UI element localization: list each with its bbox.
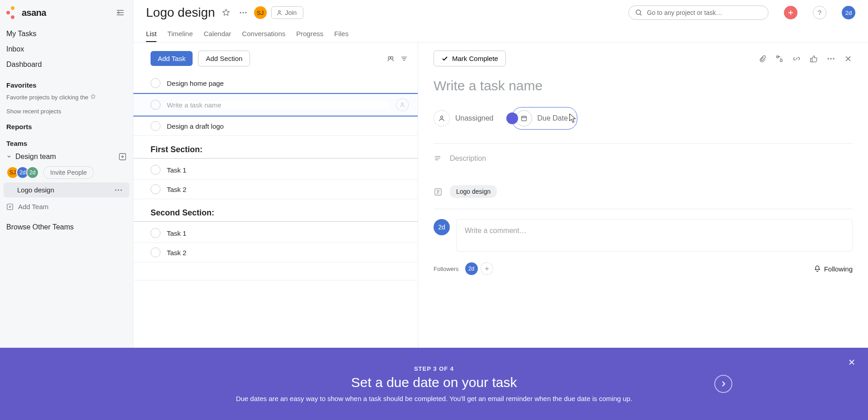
- task-name[interactable]: Design home page: [167, 79, 409, 87]
- team-members: SJ 2d 2d Invite People: [0, 163, 133, 182]
- svg-rect-14: [780, 59, 783, 61]
- mark-complete-button[interactable]: Mark Complete: [434, 51, 506, 66]
- complete-checkbox[interactable]: [151, 121, 160, 131]
- section-heading[interactable]: Second Section:: [133, 199, 418, 222]
- members-icon[interactable]: [386, 54, 395, 63]
- sidebar-collapse-button[interactable]: [114, 6, 127, 19]
- task-row-new[interactable]: [133, 93, 418, 117]
- task-name[interactable]: Task 2: [167, 186, 409, 193]
- tab-files[interactable]: Files: [334, 26, 349, 42]
- follower-avatar[interactable]: 2d: [465, 262, 478, 275]
- add-follower-button[interactable]: [481, 262, 493, 275]
- task-name[interactable]: Design a draft logo: [167, 122, 409, 130]
- complete-checkbox[interactable]: [151, 165, 160, 175]
- onboarding-close-button[interactable]: [846, 357, 857, 368]
- svg-point-18: [441, 116, 443, 118]
- svg-point-11: [391, 56, 393, 59]
- browse-other-teams[interactable]: Browse Other Teams: [0, 215, 133, 239]
- filter-icon[interactable]: [400, 54, 409, 63]
- like-icon[interactable]: [809, 54, 818, 63]
- onboarding-step: STEP 3 OF 4: [236, 365, 632, 372]
- complete-checkbox[interactable]: [151, 100, 160, 110]
- task-row[interactable]: Task 2: [133, 243, 418, 262]
- global-search[interactable]: Go to any project or task…: [628, 5, 769, 20]
- task-name[interactable]: Task 1: [167, 229, 409, 237]
- following-button[interactable]: Following: [813, 265, 853, 273]
- star-icon: [90, 93, 96, 100]
- tab-progress[interactable]: Progress: [296, 26, 323, 42]
- favorites-hint: Favorite projects by clicking the: [0, 92, 133, 106]
- task-more-icon[interactable]: [826, 54, 835, 63]
- nav-inbox[interactable]: Inbox: [0, 42, 133, 57]
- task-row[interactable]: Design home page: [133, 74, 418, 93]
- svg-point-5: [240, 12, 241, 13]
- complete-checkbox[interactable]: [151, 228, 160, 238]
- tab-conversations[interactable]: Conversations: [242, 26, 285, 42]
- task-name[interactable]: Task 1: [167, 166, 409, 174]
- task-row[interactable]: Task 1: [133, 224, 418, 243]
- project-member-avatar[interactable]: SJ: [254, 6, 267, 19]
- svg-point-16: [830, 58, 831, 59]
- avatar[interactable]: 2d: [26, 166, 39, 179]
- complete-checkbox[interactable]: [151, 247, 160, 257]
- onboarding-body: Due dates are an easy way to show when a…: [236, 395, 632, 402]
- assign-placeholder-icon[interactable]: [396, 98, 409, 111]
- assignee-field[interactable]: Unassigned: [434, 110, 494, 126]
- favorites-heading: Favorites: [0, 75, 133, 92]
- show-recent-projects[interactable]: Show recent projects: [0, 106, 133, 117]
- invite-people-button[interactable]: Invite People: [43, 166, 94, 179]
- complete-checkbox[interactable]: [151, 184, 160, 194]
- add-project-button[interactable]: [118, 153, 127, 161]
- project-chip[interactable]: Logo design: [450, 185, 497, 198]
- complete-checkbox[interactable]: [151, 78, 160, 88]
- tab-list[interactable]: List: [146, 26, 156, 42]
- nav-my-tasks[interactable]: My Tasks: [0, 26, 133, 42]
- add-section-button[interactable]: Add Section: [198, 51, 250, 66]
- project-tabs: List Timeline Calendar Conversations Pro…: [146, 26, 855, 42]
- help-button[interactable]: ?: [813, 6, 826, 19]
- project-more-button[interactable]: [237, 6, 250, 19]
- nav-dashboard[interactable]: Dashboard: [0, 57, 133, 72]
- new-task-input[interactable]: [167, 101, 390, 109]
- comment-input[interactable]: Write a comment…: [456, 219, 853, 252]
- team-design-team[interactable]: Design team: [15, 153, 115, 161]
- reports-heading[interactable]: Reports: [0, 117, 133, 133]
- task-row[interactable]: Task 2: [133, 180, 418, 199]
- svg-point-8: [278, 11, 280, 13]
- task-row-empty[interactable]: [133, 262, 418, 280]
- svg-point-3: [121, 189, 122, 191]
- caret-down-icon[interactable]: [6, 154, 12, 159]
- project-more-icon[interactable]: [112, 188, 125, 192]
- task-name[interactable]: Task 2: [167, 249, 409, 257]
- brand-logo-icon: [6, 6, 19, 19]
- tab-calendar[interactable]: Calendar: [203, 26, 231, 42]
- omni-add-button[interactable]: [784, 6, 797, 19]
- bell-icon: [813, 265, 821, 273]
- brand-name: asana: [22, 8, 46, 18]
- check-icon: [441, 55, 448, 62]
- current-user-avatar[interactable]: 2d: [842, 6, 855, 19]
- add-task-button[interactable]: Add Task: [151, 51, 193, 66]
- subtask-icon[interactable]: [775, 54, 784, 63]
- description-field[interactable]: Description: [434, 154, 853, 163]
- due-date-field[interactable]: Due Date: [512, 107, 578, 130]
- task-row[interactable]: Design a draft logo: [133, 117, 418, 136]
- teams-heading: Teams: [0, 133, 133, 150]
- current-user-avatar: 2d: [434, 219, 450, 235]
- copy-link-icon[interactable]: [792, 54, 801, 63]
- add-team-button[interactable]: Add Team: [0, 198, 133, 215]
- task-title-input[interactable]: [434, 78, 853, 93]
- tab-timeline[interactable]: Timeline: [167, 26, 193, 42]
- section-heading[interactable]: First Section:: [133, 136, 418, 159]
- join-button[interactable]: Join: [271, 6, 304, 19]
- favorite-star-button[interactable]: [220, 6, 232, 19]
- onboarding-next-button[interactable]: [714, 375, 732, 393]
- attach-icon[interactable]: [758, 54, 767, 63]
- followers-label: Followers: [434, 266, 459, 272]
- onboarding-highlight: [506, 112, 518, 124]
- task-row[interactable]: Task 1: [133, 160, 418, 180]
- brand-logo[interactable]: asana: [6, 6, 114, 19]
- close-detail-icon[interactable]: [844, 54, 853, 63]
- sidebar-project-logo-design[interactable]: Logo design: [4, 182, 129, 197]
- project-header: Logo design SJ Join Go to any project or…: [133, 0, 868, 42]
